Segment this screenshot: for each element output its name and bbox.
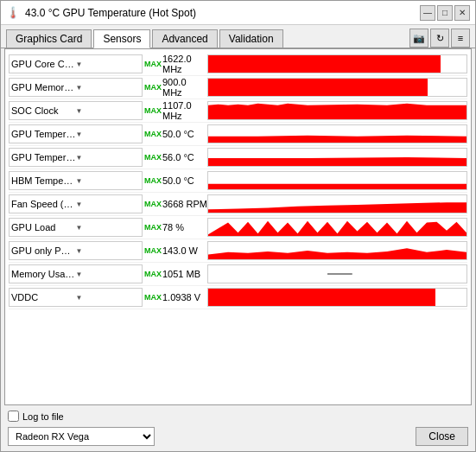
footer: Log to file Radeon RX Vega Close [1,405,475,451]
sensor-graph-gpu-temp [207,124,467,143]
sensor-name-power-draw[interactable]: GPU only Power Draw ▼ [9,241,143,260]
dropdown-arrow-icon: ▼ [76,177,141,185]
sensor-row-gpu-load: GPU Load ▼ MAX 78 % [9,216,467,239]
close-button[interactable]: Close [416,427,468,446]
gpu-select[interactable]: Radeon RX Vega [8,427,155,446]
sensor-name-gpu-temp-hot[interactable]: GPU Temperature (Hot Spot) ▼ [9,148,143,167]
dropdown-arrow-icon: ▼ [76,271,141,278]
sensor-name-gpu-load[interactable]: GPU Load ▼ [9,218,143,237]
svg-marker-3 [208,136,466,143]
sensor-graph-power-draw [207,241,467,260]
sensor-row-gpu-temp: GPU Temperature ▼ MAX 50.0 °C [9,123,467,146]
window-title: 43.0 °C GPU Temperature (Hot Spot) [25,7,196,19]
window-icon: 🌡️ [6,6,20,19]
sensor-row-gpu-memory-clock: GPU Memory Clock ▼ MAX 900.0 MHz [9,76,467,99]
footer-bottom: Radeon RX Vega Close [8,427,468,446]
dropdown-arrow-icon: ▼ [76,107,141,115]
sensor-graph-gpu-temp-hot [207,148,467,167]
close-window-button[interactable]: ✕ [454,5,470,21]
dropdown-arrow-icon: ▼ [76,224,141,232]
sensor-graph-fan-speed [207,194,467,213]
svg-marker-1 [208,104,466,119]
sensor-row-vddc: VDDC ▼ MAX 1.0938 V [9,286,467,309]
camera-icon-button[interactable]: 📷 [409,29,428,48]
tab-bar: Graphics Card Sensors Advanced Validatio… [1,25,475,48]
maximize-button[interactable]: □ [437,5,453,21]
sensor-row-fan-speed: Fan Speed (RPM) ▼ MAX 3668 RPM [9,193,467,216]
sensor-value-gpu-load: MAX 78 % [143,222,207,232]
sensor-value-hbm-temp: MAX 50.0 °C [143,175,207,186]
sensor-graph-memory-usage [207,264,467,283]
sensor-row-power-draw: GPU only Power Draw ▼ MAX 143.0 W [9,239,467,263]
dropdown-arrow-icon: ▼ [76,247,141,255]
sensor-name-soc-clock[interactable]: SOC Clock ▼ [9,101,143,120]
sensors-content: GPU Core Clock ▼ MAX 1622.0 MHz GPU Memo… [4,48,472,405]
toolbar-icons: 📷 ↻ ≡ [409,29,470,48]
sensor-value-memory-usage: MAX 1051 MB [143,269,207,279]
title-controls: — □ ✕ [420,5,470,21]
tab-validation[interactable]: Validation [219,29,283,48]
sensor-value-gpu-core-clock: MAX 1622.0 MHz [143,54,207,74]
sensor-row-gpu-temp-hot: GPU Temperature (Hot Spot) ▼ MAX 56.0 °C [9,146,467,169]
log-to-file-checkbox[interactable] [8,411,19,422]
svg-marker-5 [208,157,466,166]
sensor-name-fan-speed[interactable]: Fan Speed (RPM) ▼ [9,194,143,213]
sensor-name-gpu-core-clock[interactable]: GPU Core Clock ▼ [9,54,143,73]
sensor-value-gpu-temp-hot: MAX 56.0 °C [143,152,207,162]
menu-icon-button[interactable]: ≡ [451,29,470,48]
sensor-value-gpu-memory-clock: MAX 900.0 MHz [143,77,207,98]
sensor-graph-gpu-memory-clock [207,78,467,97]
sensor-name-vddc[interactable]: VDDC ▼ [9,288,143,307]
sensor-value-fan-speed: MAX 3668 RPM [143,199,207,209]
sensor-name-gpu-memory-clock[interactable]: GPU Memory Clock ▼ [9,78,143,97]
tab-sensors[interactable]: Sensors [93,29,150,48]
refresh-icon-button[interactable]: ↻ [430,29,449,48]
sensor-graph-hbm-temp [207,171,467,190]
minimize-button[interactable]: — [420,5,435,21]
sensor-graph-vddc [207,288,467,307]
tab-advanced[interactable]: Advanced [152,29,217,48]
sensor-value-power-draw: MAX 143.0 W [143,245,207,256]
dropdown-arrow-icon: ▼ [76,84,141,92]
sensor-row-memory-usage: Memory Usage (Dedicated) ▼ MAX 1051 MB [9,263,467,286]
sensor-value-soc-clock: MAX 1107.0 MHz [143,100,207,121]
footer-top: Log to file [8,411,468,422]
sensor-name-gpu-temp[interactable]: GPU Temperature ▼ [9,124,143,143]
sensor-row-hbm-temp: HBM Temperature ▼ MAX 50.0 °C [9,169,467,193]
sensor-value-gpu-temp: MAX 50.0 °C [143,129,207,139]
dropdown-arrow-icon: ▼ [76,131,141,138]
sensor-row-soc-clock: SOC Clock ▼ MAX 1107.0 MHz [9,99,467,123]
dropdown-arrow-icon: ▼ [76,294,141,302]
dropdown-arrow-icon: ▼ [76,201,141,208]
main-window: 🌡️ 43.0 °C GPU Temperature (Hot Spot) — … [0,0,476,452]
dropdown-arrow-icon: ▼ [76,60,141,68]
sensor-name-hbm-temp[interactable]: HBM Temperature ▼ [9,171,143,190]
sensor-name-memory-usage[interactable]: Memory Usage (Dedicated) ▼ [9,264,143,283]
sensor-graph-gpu-load [207,218,467,237]
svg-marker-7 [208,184,466,189]
title-bar: 🌡️ 43.0 °C GPU Temperature (Hot Spot) — … [1,1,475,25]
sensor-row-gpu-core-clock: GPU Core Clock ▼ MAX 1622.0 MHz [9,53,467,76]
dropdown-arrow-icon: ▼ [76,154,141,162]
sensor-graph-soc-clock [207,101,467,120]
log-to-file-label[interactable]: Log to file [8,411,64,422]
title-bar-left: 🌡️ 43.0 °C GPU Temperature (Hot Spot) [6,6,196,19]
sensor-graph-gpu-core-clock [207,54,467,73]
sensor-value-vddc: MAX 1.0938 V [143,292,207,302]
tab-graphics-card[interactable]: Graphics Card [6,29,92,48]
